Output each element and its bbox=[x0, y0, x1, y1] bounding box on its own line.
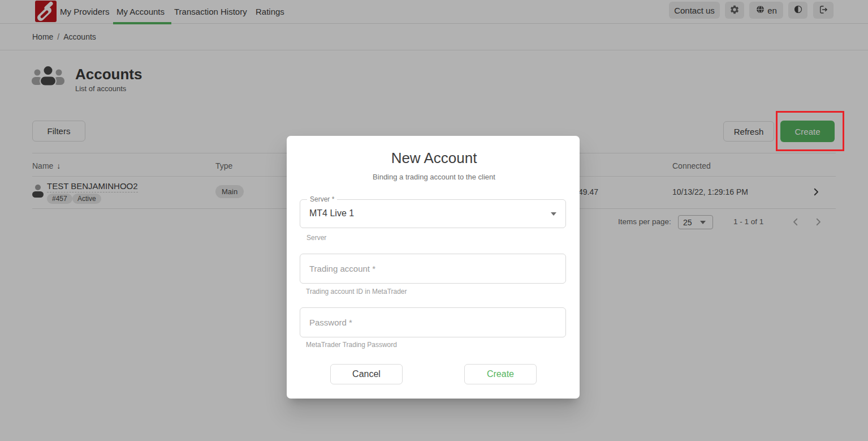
server-select-label: Server * bbox=[307, 195, 337, 203]
cancel-button[interactable]: Cancel bbox=[330, 364, 403, 384]
select-caret-icon bbox=[551, 212, 556, 216]
page: My Providers My Accounts Transaction His… bbox=[0, 0, 868, 441]
annotation-highlight-box bbox=[776, 111, 844, 151]
server-select-value: MT4 Live 1 bbox=[309, 208, 354, 219]
trading-account-hint: Trading account ID in MetaTrader bbox=[306, 288, 407, 296]
dialog-subtitle: Binding a trading account to the client bbox=[0, 173, 868, 181]
password-input[interactable] bbox=[300, 307, 566, 337]
dialog-create-button[interactable]: Create bbox=[464, 364, 537, 384]
trading-account-input[interactable] bbox=[300, 254, 566, 284]
password-hint: MetaTrader Trading Password bbox=[306, 341, 397, 349]
server-hint: Server bbox=[306, 234, 326, 242]
server-select[interactable]: Server * MT4 Live 1 bbox=[300, 199, 566, 228]
dialog-title: New Account bbox=[0, 149, 868, 167]
